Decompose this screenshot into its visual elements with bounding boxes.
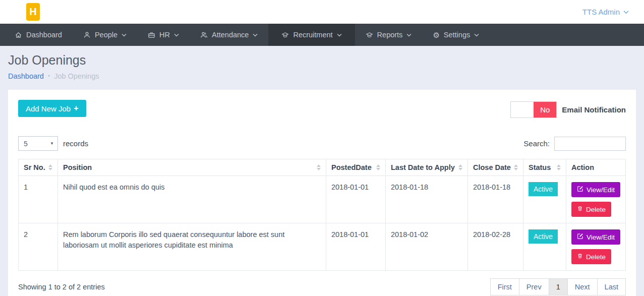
column-header-action[interactable]: Action	[566, 159, 625, 176]
page-title: Job Openings	[8, 53, 636, 68]
chevron-down-icon	[337, 33, 342, 37]
breadcrumb-separator: •	[48, 73, 50, 80]
email-notification-label: Email Notification	[562, 105, 626, 114]
toolbar-row: Add New Job + No Email Notification	[18, 100, 626, 118]
search-control: Search:	[523, 137, 626, 151]
breadcrumb: Dashboard • Job Openings	[8, 72, 636, 80]
nav-item-hr[interactable]: HR	[137, 24, 190, 46]
email-notification-toggle[interactable]: No	[510, 101, 557, 118]
breadcrumb-link-dashboard[interactable]: Dashboard	[8, 72, 44, 80]
job-openings-card: Add New Job + No Email Notification 5 ▼ …	[8, 90, 636, 296]
status-badge: Active	[529, 182, 558, 196]
records-selected-value: 5	[24, 140, 28, 148]
toggle-off-half[interactable]	[511, 102, 534, 117]
graduation-cap-icon	[281, 31, 289, 39]
nav-item-reports[interactable]: Reports	[355, 24, 423, 46]
chevron-down-icon	[122, 33, 127, 37]
delete-button[interactable]: Delete	[571, 202, 611, 217]
chevron-down-icon	[406, 33, 412, 37]
sort-icon	[376, 164, 380, 170]
plus-icon: +	[74, 104, 78, 113]
cell-last-date: 2018-01-02	[385, 223, 467, 271]
cell-action: View/Edit Delete	[566, 176, 625, 223]
sort-icon	[48, 164, 52, 170]
user-group-icon	[200, 31, 208, 39]
gear-icon: ⚙	[433, 31, 439, 39]
table-footer: Showing 1 to 2 of 2 entries First Prev 1…	[18, 278, 626, 295]
graduation-cap-icon	[366, 31, 373, 39]
sort-icon	[514, 164, 518, 170]
entries-summary: Showing 1 to 2 of 2 entries	[18, 283, 105, 291]
cell-action: View/Edit Delete	[566, 223, 625, 271]
user-icon	[83, 31, 91, 39]
nav-item-recruitment[interactable]: Recruitment	[268, 24, 355, 46]
main-nav: Dashboard People HR Attendance Recruitme…	[0, 24, 644, 46]
pagination-page-1-button[interactable]: 1	[549, 278, 568, 295]
view-edit-button[interactable]: View/Edit	[571, 182, 620, 197]
page-header: Job Openings Dashboard • Job Openings	[0, 46, 644, 90]
status-badge: Active	[529, 229, 558, 244]
records-per-page: 5 ▼ records	[18, 136, 88, 151]
pagination-next-button[interactable]: Next	[567, 278, 598, 295]
nav-label: Attendance	[212, 31, 249, 39]
sort-icon	[557, 164, 561, 170]
edit-icon	[577, 186, 583, 194]
nav-label: Recruitment	[293, 31, 332, 39]
pagination-first-button[interactable]: First	[490, 278, 519, 295]
column-header-sr-no[interactable]: Sr No.	[19, 159, 58, 176]
column-header-position[interactable]: Position	[58, 159, 326, 176]
trash-icon	[577, 253, 583, 261]
toggle-state-label[interactable]: No	[534, 102, 556, 117]
pagination: First Prev 1 Next Last	[491, 278, 626, 295]
column-header-close-date[interactable]: Close Date	[467, 159, 523, 176]
column-header-last-date[interactable]: Last Date to Apply	[385, 159, 467, 176]
records-label: records	[63, 139, 88, 148]
cell-sr-no: 2	[19, 223, 58, 271]
add-new-job-button[interactable]: Add New Job +	[18, 100, 86, 117]
search-input[interactable]	[554, 137, 626, 151]
caret-down-icon: ▼	[50, 141, 54, 146]
chevron-down-icon	[253, 33, 258, 37]
nav-label: HR	[159, 31, 170, 39]
nav-label: Reports	[377, 31, 403, 39]
briefcase-icon	[148, 31, 155, 39]
column-header-status[interactable]: Status	[523, 159, 566, 176]
nav-item-people[interactable]: People	[73, 24, 137, 46]
cell-status: Active	[523, 176, 566, 223]
records-per-page-select[interactable]: 5 ▼	[18, 136, 58, 151]
chevron-down-icon	[623, 10, 629, 14]
sort-icon	[458, 164, 462, 170]
pagination-prev-button[interactable]: Prev	[519, 278, 549, 295]
add-new-job-label: Add New Job	[26, 104, 71, 113]
user-menu[interactable]: TTS Admin	[582, 8, 629, 16]
cell-position: Nihil quod est ea omnis do quis	[58, 176, 326, 223]
edit-icon	[577, 233, 583, 241]
email-notification-control: No Email Notification	[510, 101, 626, 118]
cell-posted-date: 2018-01-01	[326, 223, 385, 271]
app-logo[interactable]: H	[26, 3, 40, 21]
sort-icon	[317, 164, 321, 170]
cell-close-date: 2018-02-28	[467, 223, 523, 271]
view-edit-button[interactable]: View/Edit	[571, 229, 620, 245]
cell-close-date: 2018-01-18	[467, 176, 523, 223]
logo-letter: H	[29, 6, 36, 18]
nav-item-dashboard[interactable]: Dashboard	[4, 24, 73, 46]
table-controls-row: 5 ▼ records Search:	[18, 136, 626, 151]
pagination-last-button[interactable]: Last	[597, 278, 626, 295]
delete-button[interactable]: Delete	[571, 249, 611, 264]
trash-icon	[577, 205, 583, 213]
nav-label: Settings	[444, 31, 470, 39]
table-header-row: Sr No. Position PostedDate Last Date to …	[19, 159, 626, 176]
breadcrumb-current: Job Openings	[54, 72, 99, 80]
chevron-down-icon	[474, 33, 479, 37]
home-icon	[15, 31, 22, 39]
nav-item-attendance[interactable]: Attendance	[190, 24, 268, 46]
nav-label: Dashboard	[26, 31, 62, 39]
column-header-posted-date[interactable]: PostedDate	[326, 159, 385, 176]
search-label: Search:	[523, 139, 550, 148]
nav-item-settings[interactable]: ⚙ Settings	[422, 24, 490, 46]
cell-posted-date: 2018-01-01	[326, 176, 385, 223]
cell-last-date: 2018-01-18	[385, 176, 467, 223]
nav-label: People	[95, 31, 118, 39]
job-openings-table: Sr No. Position PostedDate Last Date to …	[18, 159, 626, 271]
